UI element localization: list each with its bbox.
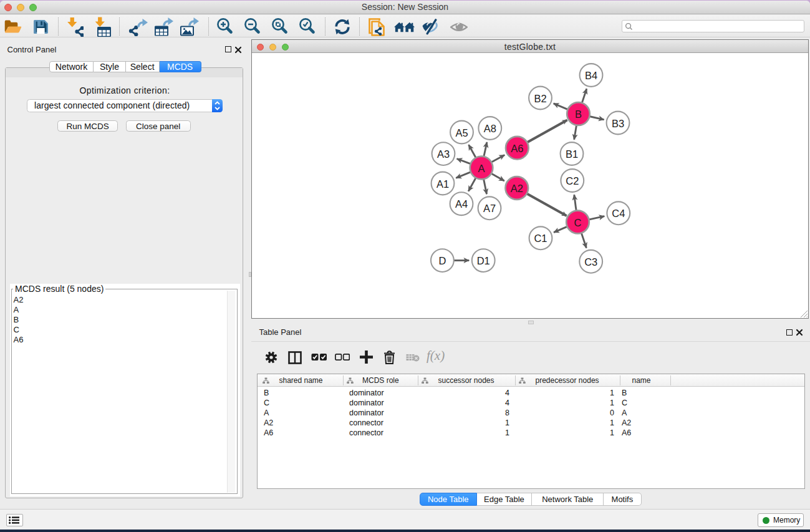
svg-text:A: A <box>478 163 485 174</box>
svg-text:D: D <box>438 255 446 266</box>
svg-text:B: B <box>575 109 582 120</box>
svg-text:C2: C2 <box>566 175 579 186</box>
svg-text:A6: A6 <box>511 143 523 154</box>
svg-text:A8: A8 <box>484 123 496 134</box>
svg-text:A4: A4 <box>455 198 468 210</box>
svg-text:A7: A7 <box>483 203 496 214</box>
svg-text:D1: D1 <box>477 255 490 266</box>
svg-text:A1: A1 <box>436 178 449 190</box>
svg-text:A5: A5 <box>455 127 468 138</box>
svg-text:C1: C1 <box>534 233 547 244</box>
svg-text:C4: C4 <box>612 208 625 219</box>
svg-text:B2: B2 <box>534 93 546 104</box>
svg-text:C: C <box>574 217 582 228</box>
svg-text:A3: A3 <box>437 148 450 160</box>
svg-text:B3: B3 <box>612 118 624 129</box>
svg-text:B4: B4 <box>585 70 597 81</box>
svg-text:C3: C3 <box>584 256 597 268</box>
svg-text:A2: A2 <box>511 183 523 194</box>
svg-text:B1: B1 <box>566 148 578 160</box>
